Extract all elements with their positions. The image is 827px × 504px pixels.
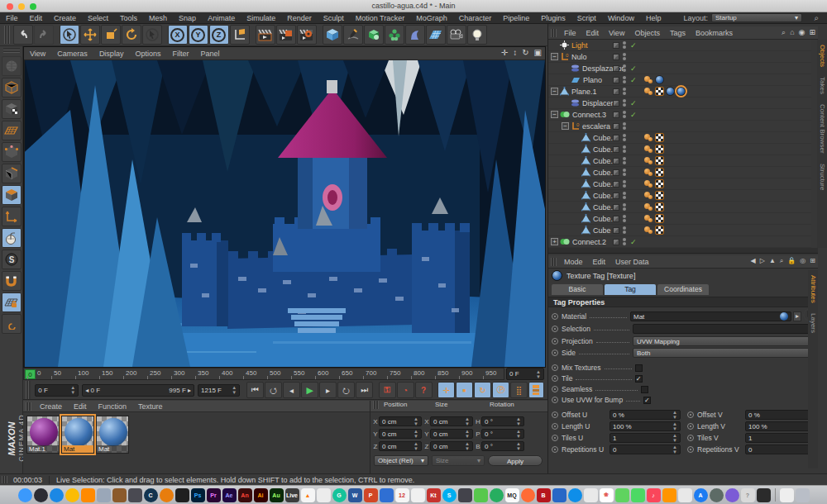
deformers-button[interactable] [405,25,425,45]
back-icon[interactable]: ◀ [751,257,756,265]
dock-ableton-live-icon[interactable]: Live [285,488,299,502]
make-editable-button[interactable] [2,56,22,76]
workplane-mode-button[interactable] [2,121,22,140]
end-frame-field[interactable]: 1215 F▲▼ [198,384,240,397]
parameter-radio[interactable] [552,386,558,392]
render-picture-viewer-button[interactable] [276,25,296,45]
enable-axis-mode-button[interactable] [2,207,22,226]
collapse-icon[interactable]: − [562,122,569,130]
record-keyframe-button[interactable]: ⚿ [379,382,396,398]
dock-blue-bird-app-icon[interactable] [552,488,566,502]
home-icon[interactable]: ⌂ [790,28,794,37]
dolly-icon[interactable]: ↕ [513,48,517,57]
panel-tab-objects[interactable]: Objects [819,40,826,72]
dock-dev-app-icon[interactable] [175,488,189,502]
menu-help[interactable]: Help [640,14,667,22]
visibility-dots[interactable] [623,226,626,235]
panel-tab-takes[interactable]: Takes [819,72,826,99]
menu-tools[interactable]: Tools [114,14,143,22]
key-interpolation-button[interactable] [528,382,544,398]
material-menu-texture[interactable]: Texture [132,402,169,411]
menu-select[interactable]: Select [82,14,114,22]
viewport-menu-cameras[interactable]: Cameras [51,50,93,58]
search-icon[interactable]: ⌕ [814,13,819,23]
autokeying-button[interactable]: ◔ [397,382,414,398]
material-swatch-mat-1[interactable]: Mat.1 [26,416,60,454]
uvw-tag-icon[interactable] [655,145,664,154]
menu-sculpt[interactable]: Sculpt [318,14,350,22]
menu-mesh[interactable]: Mesh [143,14,173,22]
visibility-dots[interactable] [623,145,626,154]
attribute-menu-mode[interactable]: Mode [559,258,588,266]
dock-books-icon[interactable] [662,488,676,502]
object-row-light[interactable]: Light✓ [548,40,811,51]
object-row-cube-8[interactable]: Cube.8 [548,132,811,144]
lock-x-axis-button[interactable]: X [168,25,188,45]
tab-basic[interactable]: Basic [552,284,603,295]
length-v-field[interactable]: 100 %▲▼ [745,421,816,431]
layer-swatch[interactable] [613,169,619,176]
dock-blender-icon[interactable] [160,488,174,502]
layer-swatch[interactable] [613,88,619,95]
viewport-menu-filter[interactable]: Filter [166,50,194,58]
rot-b-field[interactable]: 0 °▲▼ [481,441,524,451]
dock-missing-app-icon[interactable]: ? [741,488,755,502]
dock-maps-icon[interactable] [584,488,598,502]
phong-tag-icon[interactable] [644,145,653,154]
panel-tab-structure[interactable]: Structure [819,159,826,195]
live-selection-button[interactable] [60,25,79,45]
layer-swatch[interactable] [613,239,619,245]
menu-animate[interactable]: Animate [202,14,241,22]
uvw-tag-icon[interactable] [655,156,664,165]
visibility-dots[interactable] [623,203,626,212]
record-pla-button[interactable]: ⣿ [510,382,528,398]
texture-tag-selected-icon[interactable] [676,87,686,96]
phong-tag-icon[interactable] [644,191,653,200]
apply-button[interactable]: Apply [488,455,543,466]
tiles-v-field[interactable]: 1▲▼ [745,433,816,443]
menu-plugins[interactable]: Plugins [535,14,571,22]
track-icon[interactable]: ◎ [800,257,805,265]
planar-workplane-button[interactable] [2,314,22,334]
layer-swatch[interactable] [613,216,619,222]
toolbar-handle[interactable] [26,381,31,399]
texture-mode-button[interactable] [2,99,22,119]
visibility-dots[interactable] [623,134,626,142]
panel-handle[interactable] [551,258,557,266]
edges-mode-button[interactable] [2,164,22,183]
phong-tag-icon[interactable] [644,202,653,212]
layer-swatch[interactable] [613,54,619,60]
render-view-button[interactable] [256,25,275,45]
forward-icon[interactable]: ▷ [760,257,765,265]
rotate-tool-button[interactable] [122,25,141,45]
use-uvw-for-bump-checkbox[interactable]: ✓ [643,397,651,404]
mograph-object-button[interactable] [385,25,404,45]
dock-messages-icon[interactable] [615,488,629,502]
dock-krita-icon[interactable]: Kt [427,488,441,502]
dock-target-app-icon[interactable] [521,488,535,502]
menu-window[interactable]: Window [602,14,640,22]
parameter-radio[interactable] [552,375,558,382]
current-frame-field[interactable]: 0 F▲▼ [35,384,79,397]
attribute-menu-edit[interactable]: Edit [588,258,611,266]
visibility-dots[interactable] [623,64,626,73]
ruler-frame-field[interactable]: 0 F▲▼ [506,368,544,380]
collapse-icon[interactable]: − [551,88,558,95]
layer-swatch[interactable] [613,112,619,118]
layout-dropdown[interactable]: Startup▾ [711,13,802,22]
menu-script[interactable]: Script [571,14,602,22]
dock-safari-icon[interactable] [50,488,64,502]
pos-x-field[interactable]: 0 cm▲▼ [379,416,422,426]
dock-illustrator-icon[interactable]: Ai [254,488,268,502]
dock-photoshop-icon[interactable]: Ps [191,488,205,502]
parameter-radio[interactable] [552,446,558,453]
visibility-dots[interactable] [623,76,626,84]
material-field[interactable]: Mat [630,311,791,321]
dock-finder-icon[interactable] [18,488,32,502]
parameter-radio[interactable] [552,423,558,430]
points-mode-button[interactable] [2,142,22,162]
visibility-dots[interactable] [623,169,626,177]
phong-tag-icon[interactable] [644,226,653,235]
lock-z-axis-button[interactable]: Z [209,25,229,45]
preview-range-slider[interactable]: ◂ 0 F 995 F ▸ [82,384,194,397]
